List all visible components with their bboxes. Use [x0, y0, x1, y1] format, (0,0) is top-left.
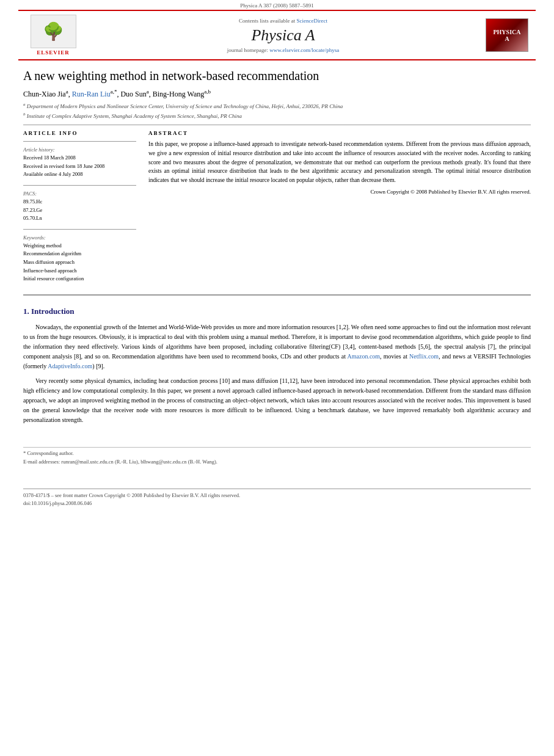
journal-title: Physica A	[81, 26, 486, 45]
corresponding-author-note: * Corresponding author. E-mail addresses…	[23, 447, 531, 466]
keyword-3: Mass diffusion approach	[23, 258, 136, 267]
pacs-divider	[23, 185, 136, 186]
adaptiveinfo-link[interactable]: AdaptiveInfo.com	[48, 363, 92, 369]
author2-link[interactable]: Run-Ran Liu	[72, 90, 111, 98]
pacs-block: PACS: 89.75.Hc 87.23.Ge 05.70.Ln	[23, 191, 136, 223]
keyword-1: Weighting method	[23, 242, 136, 250]
elsevier-logo: 🌳 ELSEVIER	[26, 15, 81, 56]
footer-doi: doi:10.1016/j.physa.2008.06.046	[23, 500, 531, 507]
main-content: A new weighting method in network-based …	[0, 60, 554, 442]
logo-image: 🌳	[31, 15, 76, 48]
keyword-2: Recommendation algorithm	[23, 250, 136, 258]
journal-thumbnail: PHYSICAA	[486, 18, 528, 52]
author4: Bing-Hong Wanga,b	[153, 90, 211, 98]
homepage-link[interactable]: www.elsevier.com/locate/physa	[269, 47, 339, 53]
journal-homepage: journal homepage: www.elsevier.com/locat…	[81, 47, 486, 53]
abstract-text: In this paper, we propose a influence-ba…	[148, 140, 531, 185]
copyright-text: Crown Copyright © 2008 Published by Else…	[148, 189, 531, 195]
author1: Chun-Xiao Jiaa,	[23, 90, 70, 98]
affiliation-a: a Department of Modern Physics and Nonli…	[23, 102, 531, 111]
journal-reference: Physica A 387 (2008) 5887–5891	[240, 2, 314, 9]
info-divider	[23, 141, 136, 142]
sciencedirect-link[interactable]: ScienceDirect	[297, 18, 327, 24]
received-date: Received 18 March 2008	[23, 154, 136, 162]
journal-center: Contents lists available at ScienceDirec…	[81, 18, 486, 53]
author3: Duo Suna,	[120, 90, 150, 98]
footer-issn: 0378-4371/$ – see front matter Crown Cop…	[23, 492, 531, 500]
journal-header: 🌳 ELSEVIER Contents lists available at S…	[18, 10, 536, 60]
star-heading: * Corresponding author.	[23, 450, 531, 457]
top-reference-bar: Physica A 387 (2008) 5887–5891	[0, 0, 554, 10]
pacs-2: 87.23.Ge	[23, 206, 136, 215]
tree-icon: 🌳	[43, 23, 64, 40]
pacs-3: 05.70.Ln	[23, 214, 136, 223]
article-info-column: ARTICLE INFO Article history: Received 1…	[23, 130, 136, 289]
keyword-4: Influence-based approach	[23, 267, 136, 275]
page: Physica A 387 (2008) 5887–5891 🌳 ELSEVIE…	[0, 0, 554, 756]
abstract-column: ABSTRACT In this paper, we propose a inf…	[148, 130, 531, 289]
amazon-link[interactable]: Amazon.com	[348, 353, 381, 360]
footer: 0378-4371/$ – see front matter Crown Cop…	[23, 489, 531, 508]
footnotes-section: * Corresponding author. E-mail addresses…	[0, 447, 554, 479]
netflix-link[interactable]: Netflix.com	[409, 353, 439, 360]
pacs-label: PACS:	[23, 191, 136, 197]
affiliation-b: b Institute of Complex Adaptive System, …	[23, 112, 531, 120]
article-info-heading: ARTICLE INFO	[23, 130, 136, 136]
intro-heading: 1. Introduction	[23, 307, 531, 316]
available-online-date: Available online 4 July 2008	[23, 170, 136, 179]
header-divider	[23, 125, 531, 125]
contents-available: Contents lists available at ScienceDirec…	[81, 18, 486, 24]
pacs-1: 89.75.Hc	[23, 198, 136, 206]
authors-line: Chun-Xiao Jiaa, Run-Ran Liua,*, Duo Suna…	[23, 89, 531, 99]
keywords-divider	[23, 229, 136, 230]
article-history-label: Article history:	[23, 147, 136, 153]
keywords-block: Keywords: Weighting method Recommendatio…	[23, 234, 136, 283]
intro-paragraph-2: Very recently some physical dynamics, in…	[23, 376, 531, 425]
elsevier-label: ELSEVIER	[37, 49, 70, 56]
revised-date: Received in revised form 18 June 2008	[23, 162, 136, 171]
intro-paragraph-1: Nowadays, the exponential growth of the …	[23, 322, 531, 371]
keywords-label: Keywords:	[23, 234, 136, 241]
article-info-abstract-section: ARTICLE INFO Article history: Received 1…	[23, 130, 531, 289]
article-history-block: Article history: Received 18 March 2008 …	[23, 147, 136, 179]
article-title: A new weighting method in network-based …	[23, 68, 531, 84]
section-divider	[23, 294, 531, 296]
intro-body: Nowadays, the exponential growth of the …	[23, 322, 531, 425]
email-addresses: E-mail addresses: runran@mail.ustc.edu.c…	[23, 459, 531, 466]
abstract-heading: ABSTRACT	[148, 130, 531, 136]
keyword-5: Initial resource configuration	[23, 275, 136, 283]
